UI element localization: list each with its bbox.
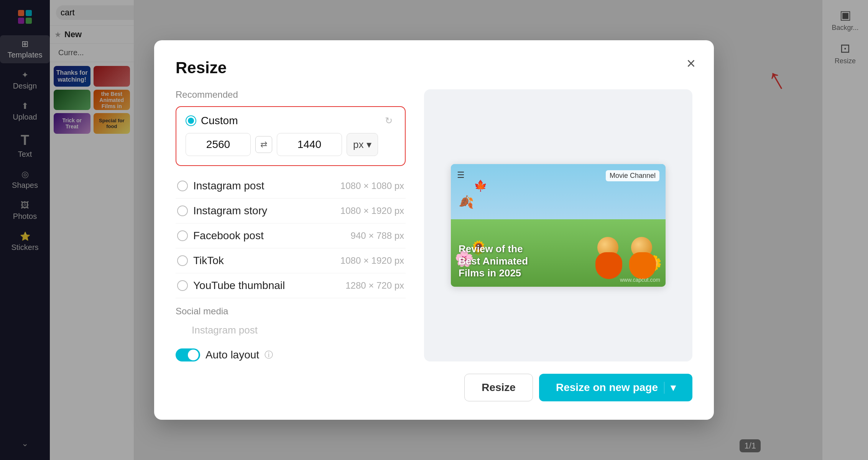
instagram-story-option[interactable]: Instagram story 1080 × 1920 px — [176, 199, 406, 223]
social-instagram-post-sub[interactable]: Instagram post — [176, 321, 406, 339]
unit-value: px — [353, 139, 363, 151]
tiktok-radio[interactable] — [177, 255, 188, 266]
custom-radio-button[interactable] — [186, 115, 196, 126]
preview-movie-badge: Movie Channel — [606, 170, 659, 181]
tiktok-label: TikTok — [193, 255, 335, 267]
preview-area: 🌸 🌻 🌼 🍂 🍁 — [424, 89, 692, 361]
social-media-label: Social media — [176, 306, 406, 317]
facebook-post-label: Facebook post — [193, 230, 345, 242]
unit-chevron-icon: ▾ — [367, 139, 372, 151]
recommended-label: Recommended — [176, 89, 406, 100]
youtube-thumbnail-option[interactable]: YouTube thumbnail 1280 × 720 px — [176, 273, 406, 298]
character-2 — [627, 237, 658, 279]
resize-dropdown-arrow[interactable]: ▾ — [664, 382, 676, 394]
instagram-post-radio[interactable] — [177, 181, 188, 191]
modal-close-button[interactable]: × — [687, 56, 695, 71]
youtube-label: YouTube thumbnail — [193, 279, 340, 292]
modal-title: Resize — [176, 59, 692, 77]
tiktok-option[interactable]: TikTok 1080 × 1920 px — [176, 248, 406, 273]
auto-layout-row: Auto layout ⓘ — [176, 348, 406, 361]
instagram-story-label: Instagram story — [193, 205, 335, 217]
preview-overlay-text: Review of theBest AnimatedFilms in 2025 — [459, 243, 528, 279]
resize-on-new-page-button[interactable]: Resize on new page ▾ — [539, 374, 692, 401]
resize-modal: Resize × Recommended Custom ↻ ⇄ — [154, 40, 714, 420]
preview-menu-icon: ☰ — [457, 170, 465, 180]
youtube-dims: 1280 × 720 px — [345, 280, 404, 291]
resize-options-panel: Recommended Custom ↻ ⇄ px ▾ — [176, 89, 406, 361]
auto-layout-toggle[interactable] — [176, 348, 200, 361]
facebook-post-option[interactable]: Facebook post 940 × 788 px — [176, 223, 406, 248]
height-input[interactable] — [277, 133, 342, 156]
resize-button[interactable]: Resize — [464, 374, 533, 401]
width-input[interactable] — [186, 133, 251, 156]
instagram-story-dims: 1080 × 1920 px — [340, 205, 404, 216]
refresh-icon[interactable]: ↻ — [385, 115, 396, 126]
auto-layout-label: Auto layout — [205, 349, 259, 361]
youtube-radio[interactable] — [177, 280, 188, 291]
tiktok-dims: 1080 × 1920 px — [340, 255, 404, 266]
custom-option-box: Custom ↻ ⇄ px ▾ — [176, 106, 406, 166]
instagram-post-option[interactable]: Instagram post 1080 × 1080 px — [176, 174, 406, 199]
preview-watermark: www.capcut.com — [620, 277, 660, 283]
modal-body: Recommended Custom ↻ ⇄ px ▾ — [176, 89, 692, 361]
modal-overlay[interactable]: Resize × Recommended Custom ↻ ⇄ — [0, 0, 868, 460]
dimension-row: ⇄ px ▾ — [186, 133, 396, 156]
leaf-top-2: 🍁 — [474, 179, 487, 192]
modal-footer: Resize Resize on new page ▾ — [176, 374, 692, 401]
instagram-post-dims: 1080 × 1080 px — [340, 181, 404, 191]
info-icon[interactable]: ⓘ — [265, 349, 273, 361]
unit-select[interactable]: px ▾ — [347, 133, 378, 156]
preview-image: 🌸 🌻 🌼 🍂 🍁 — [451, 164, 666, 287]
instagram-story-radio[interactable] — [177, 205, 188, 216]
char2-body — [629, 252, 656, 279]
char1-body — [595, 252, 622, 279]
character-1 — [593, 237, 624, 279]
custom-label: Custom — [201, 115, 380, 127]
facebook-post-radio[interactable] — [177, 230, 188, 241]
resize-new-page-label: Resize on new page — [556, 381, 664, 394]
swap-dimensions-button[interactable]: ⇄ — [255, 136, 272, 153]
preview-scene: 🌸 🌻 🌼 🍂 🍁 — [451, 164, 666, 287]
characters — [593, 237, 658, 279]
custom-radio-row: Custom ↻ — [186, 115, 396, 127]
facebook-post-dims: 940 × 788 px — [351, 230, 404, 241]
instagram-post-label: Instagram post — [193, 180, 335, 192]
leaf-top: 🍂 — [459, 195, 474, 209]
